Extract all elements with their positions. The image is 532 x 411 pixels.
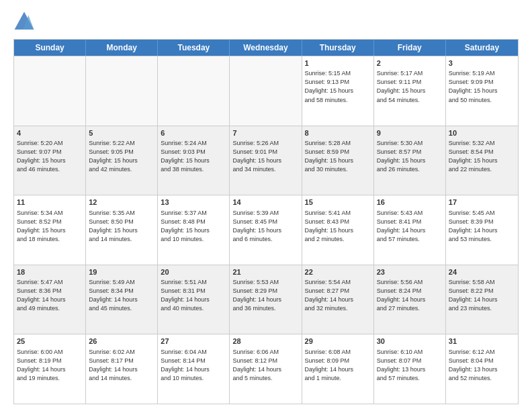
calendar-cell-day-12: 12Sunrise: 5:35 AM Sunset: 8:50 PM Dayli…	[86, 195, 158, 265]
cell-info: Sunrise: 5:49 AM Sunset: 8:34 PM Dayligh…	[89, 278, 154, 313]
calendar-cell-day-31: 31Sunrise: 6:12 AM Sunset: 8:04 PM Dayli…	[446, 334, 518, 404]
day-number: 2	[377, 58, 443, 68]
day-number: 1	[305, 58, 371, 68]
cell-info: Sunrise: 5:24 AM Sunset: 9:03 PM Dayligh…	[161, 139, 226, 174]
day-number: 13	[161, 197, 226, 208]
calendar-cell-day-13: 13Sunrise: 5:37 AM Sunset: 8:48 PM Dayli…	[158, 195, 230, 265]
cell-info: Sunrise: 5:41 AM Sunset: 8:43 PM Dayligh…	[305, 209, 371, 244]
cell-info: Sunrise: 6:10 AM Sunset: 8:07 PM Dayligh…	[377, 348, 443, 383]
calendar-cell-day-3: 3Sunrise: 5:19 AM Sunset: 9:09 PM Daylig…	[446, 56, 518, 126]
day-number: 15	[305, 197, 371, 208]
day-number: 19	[89, 267, 154, 277]
calendar-cell-day-26: 26Sunrise: 6:02 AM Sunset: 8:17 PM Dayli…	[86, 334, 158, 404]
cell-info: Sunrise: 5:39 AM Sunset: 8:45 PM Dayligh…	[232, 209, 298, 244]
cell-info: Sunrise: 5:51 AM Sunset: 8:31 PM Dayligh…	[161, 278, 226, 313]
calendar-cell-day-4: 4Sunrise: 5:20 AM Sunset: 9:07 PM Daylig…	[14, 126, 86, 195]
calendar-cell-day-14: 14Sunrise: 5:39 AM Sunset: 8:45 PM Dayli…	[230, 195, 302, 265]
calendar-cell-day-6: 6Sunrise: 5:24 AM Sunset: 9:03 PM Daylig…	[158, 126, 230, 195]
day-number: 5	[89, 128, 154, 138]
calendar-cell-day-20: 20Sunrise: 5:51 AM Sunset: 8:31 PM Dayli…	[158, 265, 230, 334]
day-number: 17	[449, 197, 515, 208]
day-number: 4	[17, 128, 83, 138]
day-number: 22	[305, 267, 371, 277]
day-number: 11	[17, 197, 83, 208]
calendar-cell-empty	[230, 56, 302, 126]
day-number: 28	[232, 336, 298, 347]
weekday-header-thursday: Thursday	[302, 40, 374, 56]
calendar-header: SundayMondayTuesdayWednesdayThursdayFrid…	[14, 40, 518, 56]
cell-info: Sunrise: 5:26 AM Sunset: 9:01 PM Dayligh…	[232, 139, 298, 174]
day-number: 24	[449, 267, 515, 277]
logo	[13, 11, 38, 32]
calendar-cell-day-30: 30Sunrise: 6:10 AM Sunset: 8:07 PM Dayli…	[374, 334, 446, 404]
cell-info: Sunrise: 5:47 AM Sunset: 8:36 PM Dayligh…	[17, 278, 83, 313]
calendar-cell-empty	[14, 56, 86, 126]
calendar-cell-day-15: 15Sunrise: 5:41 AM Sunset: 8:43 PM Dayli…	[302, 195, 374, 265]
calendar-row-4: 25Sunrise: 6:00 AM Sunset: 8:19 PM Dayli…	[14, 334, 518, 404]
day-number: 6	[161, 128, 226, 138]
calendar-cell-day-22: 22Sunrise: 5:54 AM Sunset: 8:27 PM Dayli…	[302, 265, 374, 334]
calendar-cell-day-24: 24Sunrise: 5:58 AM Sunset: 8:22 PM Dayli…	[446, 265, 518, 334]
cell-info: Sunrise: 6:02 AM Sunset: 8:17 PM Dayligh…	[89, 348, 154, 383]
cell-info: Sunrise: 5:53 AM Sunset: 8:29 PM Dayligh…	[232, 278, 298, 313]
day-number: 8	[305, 128, 371, 138]
weekday-header-wednesday: Wednesday	[230, 40, 302, 56]
cell-info: Sunrise: 5:30 AM Sunset: 8:57 PM Dayligh…	[377, 139, 443, 174]
day-number: 20	[161, 267, 226, 277]
calendar-cell-day-11: 11Sunrise: 5:34 AM Sunset: 8:52 PM Dayli…	[14, 195, 86, 265]
calendar-cell-day-21: 21Sunrise: 5:53 AM Sunset: 8:29 PM Dayli…	[230, 265, 302, 334]
cell-info: Sunrise: 5:56 AM Sunset: 8:24 PM Dayligh…	[377, 278, 443, 313]
calendar-cell-day-27: 27Sunrise: 6:04 AM Sunset: 8:14 PM Dayli…	[158, 334, 230, 404]
calendar-row-2: 11Sunrise: 5:34 AM Sunset: 8:52 PM Dayli…	[14, 195, 518, 265]
calendar-cell-day-23: 23Sunrise: 5:56 AM Sunset: 8:24 PM Dayli…	[374, 265, 446, 334]
day-number: 16	[377, 197, 443, 208]
cell-info: Sunrise: 5:34 AM Sunset: 8:52 PM Dayligh…	[17, 209, 83, 244]
cell-info: Sunrise: 5:37 AM Sunset: 8:48 PM Dayligh…	[161, 209, 226, 244]
calendar-row-3: 18Sunrise: 5:47 AM Sunset: 8:36 PM Dayli…	[14, 265, 518, 334]
page: SundayMondayTuesdayWednesdayThursdayFrid…	[0, 0, 532, 411]
calendar-cell-day-5: 5Sunrise: 5:22 AM Sunset: 9:05 PM Daylig…	[86, 126, 158, 195]
cell-info: Sunrise: 6:00 AM Sunset: 8:19 PM Dayligh…	[17, 348, 83, 383]
logo-icon	[13, 11, 35, 32]
day-number: 3	[449, 58, 515, 68]
calendar-row-1: 4Sunrise: 5:20 AM Sunset: 9:07 PM Daylig…	[14, 126, 518, 195]
cell-info: Sunrise: 6:12 AM Sunset: 8:04 PM Dayligh…	[449, 348, 515, 383]
calendar-cell-day-19: 19Sunrise: 5:49 AM Sunset: 8:34 PM Dayli…	[86, 265, 158, 334]
calendar-cell-day-2: 2Sunrise: 5:17 AM Sunset: 9:11 PM Daylig…	[374, 56, 446, 126]
weekday-header-friday: Friday	[374, 40, 446, 56]
calendar-row-0: 1Sunrise: 5:15 AM Sunset: 9:13 PM Daylig…	[14, 56, 518, 126]
day-number: 27	[161, 336, 226, 347]
header	[13, 11, 519, 32]
day-number: 21	[232, 267, 298, 277]
day-number: 31	[449, 336, 515, 347]
calendar: SundayMondayTuesdayWednesdayThursdayFrid…	[13, 39, 519, 404]
day-number: 12	[89, 197, 154, 208]
cell-info: Sunrise: 5:19 AM Sunset: 9:09 PM Dayligh…	[449, 69, 515, 104]
cell-info: Sunrise: 6:08 AM Sunset: 8:09 PM Dayligh…	[305, 348, 371, 383]
calendar-cell-day-25: 25Sunrise: 6:00 AM Sunset: 8:19 PM Dayli…	[14, 334, 86, 404]
calendar-cell-day-17: 17Sunrise: 5:45 AM Sunset: 8:39 PM Dayli…	[446, 195, 518, 265]
calendar-cell-day-8: 8Sunrise: 5:28 AM Sunset: 8:59 PM Daylig…	[302, 126, 374, 195]
day-number: 18	[17, 267, 83, 277]
cell-info: Sunrise: 5:15 AM Sunset: 9:13 PM Dayligh…	[305, 69, 371, 104]
cell-info: Sunrise: 5:58 AM Sunset: 8:22 PM Dayligh…	[449, 278, 515, 313]
calendar-cell-empty	[158, 56, 230, 126]
day-number: 25	[17, 336, 83, 347]
calendar-cell-day-7: 7Sunrise: 5:26 AM Sunset: 9:01 PM Daylig…	[230, 126, 302, 195]
calendar-body: 1Sunrise: 5:15 AM Sunset: 9:13 PM Daylig…	[14, 56, 518, 404]
calendar-cell-day-29: 29Sunrise: 6:08 AM Sunset: 8:09 PM Dayli…	[302, 334, 374, 404]
cell-info: Sunrise: 5:54 AM Sunset: 8:27 PM Dayligh…	[305, 278, 371, 313]
day-number: 14	[232, 197, 298, 208]
calendar-cell-empty	[86, 56, 158, 126]
calendar-cell-day-10: 10Sunrise: 5:32 AM Sunset: 8:54 PM Dayli…	[446, 126, 518, 195]
weekday-header-saturday: Saturday	[446, 40, 518, 56]
cell-info: Sunrise: 6:06 AM Sunset: 8:12 PM Dayligh…	[232, 348, 298, 383]
day-number: 26	[89, 336, 154, 347]
cell-info: Sunrise: 5:35 AM Sunset: 8:50 PM Dayligh…	[89, 209, 154, 244]
cell-info: Sunrise: 5:45 AM Sunset: 8:39 PM Dayligh…	[449, 209, 515, 244]
cell-info: Sunrise: 5:22 AM Sunset: 9:05 PM Dayligh…	[89, 139, 154, 174]
calendar-cell-day-18: 18Sunrise: 5:47 AM Sunset: 8:36 PM Dayli…	[14, 265, 86, 334]
cell-info: Sunrise: 5:20 AM Sunset: 9:07 PM Dayligh…	[17, 139, 83, 174]
cell-info: Sunrise: 5:28 AM Sunset: 8:59 PM Dayligh…	[305, 139, 371, 174]
calendar-cell-day-28: 28Sunrise: 6:06 AM Sunset: 8:12 PM Dayli…	[230, 334, 302, 404]
